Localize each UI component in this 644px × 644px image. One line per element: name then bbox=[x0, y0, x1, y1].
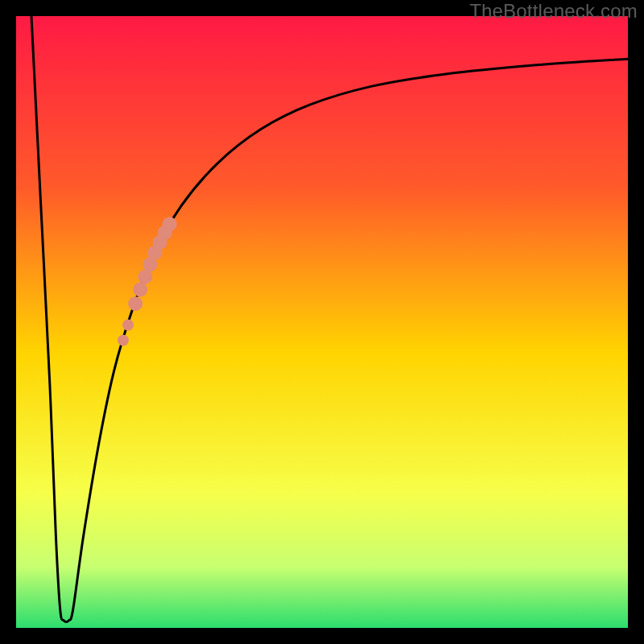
chart-svg bbox=[16, 16, 628, 628]
highlight-dot bbox=[133, 283, 147, 297]
chart-frame: TheBottleneck.com bbox=[0, 0, 644, 644]
plot-area bbox=[16, 16, 628, 628]
watermark-text: TheBottleneck.com bbox=[469, 0, 638, 23]
highlight-dot bbox=[122, 320, 134, 331]
gradient-background bbox=[16, 16, 628, 628]
highlight-dot bbox=[128, 296, 142, 311]
highlight-dot bbox=[118, 335, 129, 346]
highlight-dot bbox=[163, 217, 177, 231]
